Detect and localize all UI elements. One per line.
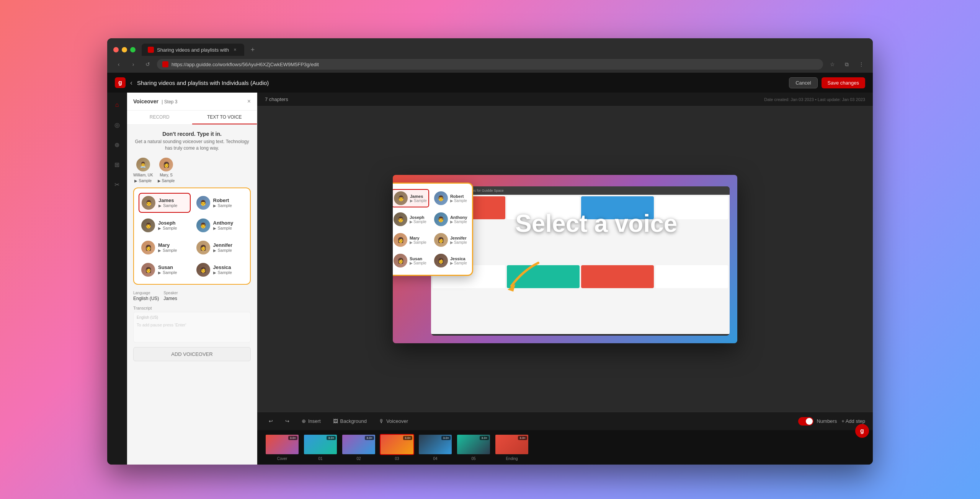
- voice-sample-robert[interactable]: ▶ Sample: [213, 203, 243, 208]
- sidebar-icon-add[interactable]: ⊕: [111, 139, 123, 151]
- vp-item-jennifer[interactable]: 👩 Jennifer ▶Sample: [432, 231, 469, 249]
- vp-sample-joseph[interactable]: ▶Sample: [410, 220, 426, 224]
- voice-sample-anthony[interactable]: ▶ Sample: [213, 226, 243, 230]
- voice-item-robert[interactable]: 👨 Robert ▶ Sample: [194, 193, 246, 213]
- voice-item-susan[interactable]: 👩 Susan ▶ Sample: [139, 260, 191, 279]
- voice-item-jennifer[interactable]: 👩 Jennifer ▶ Sample: [194, 238, 246, 257]
- speaker-thumb-mary[interactable]: 👩 Mary, S ▶ Sample: [158, 158, 175, 183]
- vp-info-james: James ▶Sample: [410, 194, 427, 203]
- tab-close-button[interactable]: ×: [232, 47, 238, 53]
- voice-sample-jessica[interactable]: ▶ Sample: [213, 270, 243, 275]
- browser-tab[interactable]: Sharing videos and playlists with ×: [142, 44, 244, 56]
- speaker-thumb-william[interactable]: 👨‍💼 William, UK ▶ Sample: [133, 158, 153, 183]
- voice-sample-mary[interactable]: ▶ Sample: [158, 248, 188, 253]
- tab-record[interactable]: RECORD: [127, 111, 192, 124]
- vp-item-mary[interactable]: 👩 Mary ▶Sample: [393, 231, 429, 249]
- background-button[interactable]: 🖼 Background: [329, 416, 371, 426]
- film-thumb-02[interactable]: 3.0×: [341, 434, 376, 455]
- minimize-traffic-light[interactable]: [122, 47, 127, 52]
- vp-name-mary: Mary: [410, 236, 426, 240]
- vp-sample-anthony[interactable]: ▶Sample: [450, 220, 467, 224]
- sidebar-icon-home[interactable]: ⌂: [111, 99, 123, 111]
- voice-sample-susan[interactable]: ▶ Sample: [158, 270, 188, 275]
- play-icon-jennifer: ▶: [213, 248, 216, 253]
- film-badge-02: 3.0×: [365, 436, 374, 440]
- numbers-label: Numbers: [817, 418, 837, 424]
- vp-sample-jessica[interactable]: ▶Sample: [450, 261, 467, 265]
- panel-content: Don't record. Type it in. Get a natural …: [127, 125, 257, 465]
- voice-grid-container: 👨 James ▶ Sample 👨: [133, 188, 251, 285]
- vp-item-joseph[interactable]: 👨 Joseph ▶Sample: [393, 210, 429, 228]
- vp-sample-james[interactable]: ▶Sample: [410, 199, 427, 203]
- speaker-value[interactable]: James: [163, 296, 178, 301]
- menu-button[interactable]: ⋮: [856, 59, 867, 70]
- cancel-button[interactable]: Cancel: [789, 77, 817, 88]
- filmstrip-item-02[interactable]: 3.0× 02: [341, 434, 376, 461]
- undo-button[interactable]: ↩: [265, 416, 277, 426]
- add-step-button[interactable]: + Add step: [841, 418, 865, 424]
- address-bar[interactable]: https://app.guidde.co/workflows/56AyuH6X…: [157, 59, 823, 70]
- panel-close-button[interactable]: ×: [247, 98, 251, 105]
- vp-avatar-james: 👨: [394, 191, 408, 205]
- vp-sample-susan[interactable]: ▶Sample: [410, 261, 426, 265]
- vp-item-james[interactable]: 👨 James ▶Sample: [393, 189, 429, 207]
- speaker-sample-mary[interactable]: ▶ Sample: [158, 179, 175, 183]
- vp-sample-mary[interactable]: ▶Sample: [410, 240, 426, 245]
- film-thumb-05[interactable]: 3.0×: [456, 434, 491, 455]
- filmstrip-item-04[interactable]: 3.0× 04: [418, 434, 452, 461]
- language-value[interactable]: English (US): [133, 296, 159, 301]
- filmstrip-item-03[interactable]: 3.0× 03: [380, 434, 414, 461]
- save-button[interactable]: Save changes: [822, 77, 865, 88]
- numbers-toggle-switch[interactable]: [798, 417, 813, 426]
- vp-item-robert[interactable]: 👨 Robert ▶Sample: [432, 189, 469, 207]
- forward-button[interactable]: ›: [128, 59, 139, 70]
- redo-button[interactable]: ↪: [281, 416, 293, 426]
- voice-sample-jennifer[interactable]: ▶ Sample: [213, 248, 243, 253]
- language-group: Language English (US): [133, 291, 159, 301]
- voice-item-anthony[interactable]: 👨 Anthony ▶ Sample: [194, 216, 246, 235]
- ttv-header: Don't record. Type it in. Get a natural …: [133, 131, 251, 152]
- filmstrip-item-05[interactable]: 3.0× 05: [456, 434, 491, 461]
- voice-sample-joseph[interactable]: ▶ Sample: [158, 226, 188, 230]
- extensions-button[interactable]: ⧉: [841, 59, 852, 70]
- sidebar-icon-circle[interactable]: ◎: [111, 119, 123, 131]
- slide-content: Quick Guiddes for Guidde Space: [393, 175, 737, 343]
- speaker-sample-william[interactable]: ▶ Sample: [134, 179, 152, 183]
- ttv-desc: Get a natural sounding voiceover using t…: [133, 139, 251, 152]
- filmstrip-item-ending[interactable]: 3.0× Ending: [495, 434, 529, 461]
- film-thumb-cover[interactable]: 3.0×: [265, 434, 299, 455]
- tab-text-to-voice[interactable]: TEXT TO VOICE: [192, 111, 257, 124]
- date-info: Date created: Jan 03 2023 • Last update:…: [764, 97, 865, 102]
- voice-item-mary[interactable]: 👩 Mary ▶ Sample: [139, 238, 191, 257]
- sidebar-icon-grid[interactable]: ⊞: [111, 158, 123, 171]
- close-traffic-light[interactable]: [113, 47, 119, 52]
- reload-button[interactable]: ↺: [142, 59, 153, 70]
- insert-button[interactable]: ⊕ Insert: [298, 416, 325, 426]
- voice-item-jessica[interactable]: 👩 Jessica ▶ Sample: [194, 260, 246, 279]
- bookmark-button[interactable]: ☆: [827, 59, 838, 70]
- sidebar-icon-cut[interactable]: ✂: [111, 178, 123, 191]
- add-voiceover-button[interactable]: ADD VOICEOVER: [133, 347, 251, 361]
- film-thumb-ending[interactable]: 3.0×: [495, 434, 529, 455]
- inner-browser: Quick Guiddes for Guidde Space: [431, 186, 730, 336]
- vp-item-susan[interactable]: 👩 Susan ▶Sample: [393, 252, 429, 269]
- vp-item-jessica[interactable]: 👩 Jessica ▶Sample: [432, 252, 469, 269]
- voiceover-button[interactable]: 🎙 Voiceover: [375, 416, 412, 426]
- vp-sample-jennifer[interactable]: ▶Sample: [450, 240, 467, 245]
- filmstrip-item-01[interactable]: 3.0× 01: [303, 434, 338, 461]
- toolbar-back-arrow[interactable]: ‹: [130, 79, 132, 87]
- vp-sample-robert[interactable]: ▶Sample: [450, 199, 467, 203]
- film-thumb-01[interactable]: 3.0×: [303, 434, 338, 455]
- fullscreen-traffic-light[interactable]: [130, 47, 136, 52]
- filmstrip-item-cover[interactable]: 3.0× Cover: [265, 434, 299, 461]
- voice-item-james[interactable]: 👨 James ▶ Sample: [139, 193, 191, 213]
- voice-item-joseph[interactable]: 👨 Joseph ▶ Sample: [139, 216, 191, 235]
- transcript-box[interactable]: English (US) To add pause press 'Enter': [133, 312, 251, 342]
- voice-sample-james[interactable]: ▶ Sample: [158, 203, 188, 208]
- vp-item-anthony[interactable]: 👨 Anthony ▶Sample: [432, 210, 469, 228]
- film-thumb-04[interactable]: 3.0×: [418, 434, 452, 455]
- voice-avatar-jessica: 👩: [196, 263, 210, 277]
- new-tab-button[interactable]: +: [247, 44, 258, 55]
- film-thumb-03[interactable]: 3.0×: [380, 434, 414, 455]
- back-button[interactable]: ‹: [113, 59, 124, 70]
